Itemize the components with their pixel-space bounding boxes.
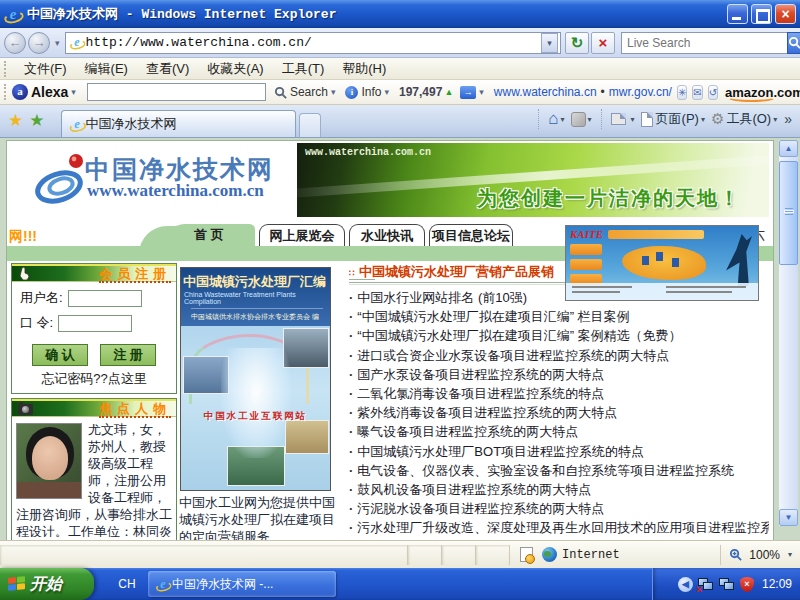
search-go-button[interactable] — [787, 32, 800, 54]
wayback-icon[interactable]: ↺ — [708, 85, 718, 100]
url-field[interactable]: e http://www.waterchina.com.cn/ ▾ — [65, 32, 561, 54]
page-icon — [641, 112, 653, 127]
back-button[interactable]: ← — [4, 32, 26, 54]
home-icon[interactable]: ⌂ — [548, 109, 558, 129]
forward-button[interactable]: → — [28, 32, 50, 54]
news-item-link[interactable]: 污水处理厂升级改造、深度处理及再生水回用技术的应用项目进程监控系统 — [349, 518, 769, 537]
forgot-password-link[interactable]: 忘记密码??点这里 — [12, 370, 176, 388]
overflow-chevron[interactable]: » — [784, 111, 792, 127]
news-item-link[interactable]: 电气设备、仪器仪表、实验室设备和自控系统等项目进程监控系统 — [349, 461, 769, 480]
news-item-link[interactable]: 鼓风机设备项目进程监控系统的两大特点 — [349, 480, 769, 499]
alexa-search-button[interactable]: Search▾ — [274, 85, 339, 99]
zoom-dropdown[interactable]: ▾ — [788, 550, 792, 559]
news-item-link[interactable]: 二氧化氯消毒设备项目进程监控系统的特点 — [349, 384, 769, 403]
focus-photo[interactable] — [16, 423, 82, 499]
favorites-center-icon[interactable]: ★ — [8, 110, 23, 131]
news-item-link[interactable]: “中国城镇污水处理厂拟在建项目汇编” 栏目案例 — [349, 307, 769, 326]
ie-icon: e — [156, 577, 170, 591]
zoom-control[interactable]: 100% ▾ — [720, 545, 800, 565]
url-text[interactable]: http://www.waterchina.com.cn/ — [86, 35, 541, 50]
news-item-link[interactable]: 污泥脱水设备项目进程监控系统的两大特点 — [349, 499, 769, 518]
url-dropdown[interactable]: ▾ — [541, 33, 558, 53]
toolbar-grip[interactable] — [4, 61, 9, 77]
browser-tab[interactable]: e 中国净水技术网 — [61, 110, 296, 137]
alexa-info-button[interactable]: i Info▾ — [345, 85, 392, 99]
network-icon[interactable] — [719, 578, 735, 591]
rss-icon[interactable] — [571, 112, 586, 127]
camera-icon — [18, 404, 33, 415]
restore-button[interactable] — [751, 4, 772, 24]
alexa-logo[interactable]: aAlexa — [12, 84, 68, 100]
rss-dropdown[interactable]: ▾ — [588, 115, 592, 124]
ad-contact-strip — [566, 283, 758, 300]
new-tab-stub[interactable] — [299, 113, 321, 137]
news-item-link[interactable]: “中国城镇污水处理厂拟在建项目汇编” 案例精选（免费） — [349, 326, 769, 345]
tray-collapse-icon[interactable]: ◀ — [678, 577, 693, 592]
news-item-link[interactable]: 国产水泵设备项目进程监控系统的两大特点 — [349, 365, 769, 384]
book-title: 中国城镇污水处理厂汇编 — [183, 273, 330, 291]
nav-tab-forum[interactable]: 项目信息论坛 — [429, 224, 513, 246]
alexa-redirect-button[interactable]: → ▾ — [460, 86, 487, 99]
related-link-1[interactable]: www.waterchina.cn — [494, 85, 597, 99]
sparkle-icon[interactable]: ✳ — [677, 85, 687, 100]
home-dropdown[interactable]: ▾ — [561, 115, 565, 124]
focus-person-box: 焦点人物 尤文玮，女，苏州人，教授级高级工程师，注册公用设备工程师，注册咨询师，… — [11, 398, 177, 540]
nav-tab-home[interactable]: 首 页 — [163, 224, 255, 246]
alexa-dropdown[interactable]: ▾ — [71, 87, 76, 97]
tools-menu-button[interactable]: ⚙工具(O)▾ — [711, 110, 777, 128]
member-login-box: 会员注册 用户名: 口 令: 确 认 注 册 忘记密码??点这里 — [11, 263, 177, 394]
internet-zone-icon — [542, 547, 557, 562]
close-button[interactable]: × — [775, 4, 796, 24]
security-zone-label: Internet — [562, 548, 620, 562]
menu-help[interactable]: 帮助(H) — [333, 60, 395, 78]
vertical-scrollbar[interactable]: ▲ ▼ — [779, 140, 798, 526]
username-input[interactable] — [68, 290, 142, 307]
news-item-link[interactable]: 中国城镇污水处理厂BOT项目进程监控系统的特点 — [349, 442, 769, 461]
window-titlebar[interactable]: e 中国净水技术网 - Windows Internet Explorer × — [0, 0, 800, 28]
menu-file[interactable]: 文件(F) — [15, 60, 76, 78]
page-menu-button[interactable]: 页面(P)▾ — [641, 110, 705, 128]
header-banner[interactable]: www.waterchina.com.cn 为您创建一片洁净的天地！ — [297, 143, 769, 217]
mail-icon[interactable]: ✉ — [692, 85, 702, 100]
refresh-button[interactable]: ↻ — [565, 32, 589, 54]
security-alert-icon[interactable]: × — [740, 577, 754, 592]
separator — [538, 109, 539, 129]
menu-tools[interactable]: 工具(T) — [273, 60, 334, 78]
register-button[interactable]: 注 册 — [100, 344, 156, 366]
ad-brand-logo: KAITE — [570, 228, 603, 240]
stop-button[interactable]: × — [591, 32, 615, 54]
login-title: 会员注册 — [99, 266, 171, 283]
site-logo-icon[interactable] — [35, 153, 87, 207]
toolbar-grip[interactable] — [4, 84, 6, 100]
alexa-search-input[interactable] — [87, 83, 266, 101]
nav-tab-news[interactable]: 水业快讯 — [349, 224, 425, 246]
related-link-2[interactable]: mwr.gov.cn/ — [609, 85, 672, 99]
news-item-link[interactable]: 曝气设备项目进程监控系统的两大特点 — [349, 422, 769, 441]
recent-pages-dropdown[interactable]: ▾ — [55, 38, 60, 48]
add-favorite-icon[interactable]: ★ — [29, 110, 44, 131]
nav-tab-exhibition[interactable]: 网上展览会 — [259, 224, 345, 246]
search-input[interactable] — [621, 32, 787, 54]
amazon-logo[interactable]: amazon.com. — [725, 85, 800, 100]
task-button[interactable]: e 中国净水技术网 -... — [148, 571, 336, 597]
language-indicator[interactable]: CH — [112, 573, 142, 595]
start-button[interactable]: 开始 — [0, 568, 94, 600]
ad-banner[interactable]: KAITE — [565, 225, 759, 301]
news-item-link[interactable]: 紫外线消毒设备项目进程监控系统的两大特点 — [349, 403, 769, 422]
scroll-up-button[interactable]: ▲ — [779, 140, 798, 157]
network-disconnected-icon[interactable]: × — [698, 578, 714, 591]
status-bar: Internet 100% ▾ — [0, 540, 800, 568]
menu-favorites[interactable]: 收藏夹(A) — [198, 60, 272, 78]
minimize-button[interactable] — [727, 4, 748, 24]
scroll-thumb[interactable] — [779, 161, 798, 265]
alexa-rank: 197,497▲ — [399, 85, 453, 99]
menu-edit[interactable]: 编辑(E) — [76, 60, 137, 78]
menu-view[interactable]: 查看(V) — [137, 60, 198, 78]
book-photo-field — [285, 420, 329, 454]
password-input[interactable] — [58, 315, 132, 332]
scroll-down-button[interactable]: ▼ — [779, 509, 798, 526]
print-button[interactable]: ▾ — [611, 113, 635, 125]
news-item-link[interactable]: 进口或合资企业水泵设备项目进程监控系统的两大特点 — [349, 346, 769, 365]
confirm-button[interactable]: 确 认 — [32, 344, 88, 366]
book-cover[interactable]: 中国城镇污水处理厂汇编 China Wastewater Treatment P… — [180, 267, 331, 491]
